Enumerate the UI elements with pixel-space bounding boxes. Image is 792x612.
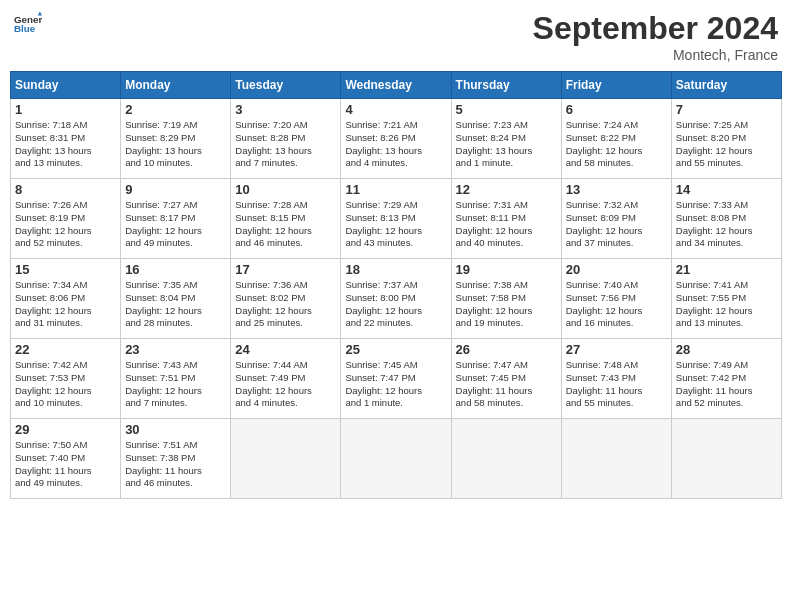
calendar-cell: 2Sunrise: 7:19 AM Sunset: 8:29 PM Daylig… (121, 99, 231, 179)
header-sunday: Sunday (11, 72, 121, 99)
header-tuesday: Tuesday (231, 72, 341, 99)
calendar-cell (561, 419, 671, 499)
day-info: Sunrise: 7:42 AM Sunset: 7:53 PM Dayligh… (15, 359, 116, 410)
day-number: 11 (345, 182, 446, 197)
logo-icon: General Blue (14, 10, 42, 38)
day-info: Sunrise: 7:28 AM Sunset: 8:15 PM Dayligh… (235, 199, 336, 250)
day-number: 3 (235, 102, 336, 117)
day-number: 30 (125, 422, 226, 437)
table-row: 29Sunrise: 7:50 AM Sunset: 7:40 PM Dayli… (11, 419, 782, 499)
calendar-cell: 1Sunrise: 7:18 AM Sunset: 8:31 PM Daylig… (11, 99, 121, 179)
day-info: Sunrise: 7:33 AM Sunset: 8:08 PM Dayligh… (676, 199, 777, 250)
header-thursday: Thursday (451, 72, 561, 99)
svg-text:Blue: Blue (14, 23, 36, 34)
day-info: Sunrise: 7:34 AM Sunset: 8:06 PM Dayligh… (15, 279, 116, 330)
table-row: 8Sunrise: 7:26 AM Sunset: 8:19 PM Daylig… (11, 179, 782, 259)
day-number: 14 (676, 182, 777, 197)
day-number: 22 (15, 342, 116, 357)
table-row: 22Sunrise: 7:42 AM Sunset: 7:53 PM Dayli… (11, 339, 782, 419)
day-info: Sunrise: 7:20 AM Sunset: 8:28 PM Dayligh… (235, 119, 336, 170)
table-row: 1Sunrise: 7:18 AM Sunset: 8:31 PM Daylig… (11, 99, 782, 179)
calendar-cell: 9Sunrise: 7:27 AM Sunset: 8:17 PM Daylig… (121, 179, 231, 259)
header-wednesday: Wednesday (341, 72, 451, 99)
location: Montech, France (533, 47, 778, 63)
day-number: 24 (235, 342, 336, 357)
day-info: Sunrise: 7:25 AM Sunset: 8:20 PM Dayligh… (676, 119, 777, 170)
calendar-cell: 6Sunrise: 7:24 AM Sunset: 8:22 PM Daylig… (561, 99, 671, 179)
day-number: 10 (235, 182, 336, 197)
calendar-cell: 30Sunrise: 7:51 AM Sunset: 7:38 PM Dayli… (121, 419, 231, 499)
day-number: 4 (345, 102, 446, 117)
day-info: Sunrise: 7:38 AM Sunset: 7:58 PM Dayligh… (456, 279, 557, 330)
day-number: 18 (345, 262, 446, 277)
calendar-cell: 7Sunrise: 7:25 AM Sunset: 8:20 PM Daylig… (671, 99, 781, 179)
day-info: Sunrise: 7:40 AM Sunset: 7:56 PM Dayligh… (566, 279, 667, 330)
day-info: Sunrise: 7:29 AM Sunset: 8:13 PM Dayligh… (345, 199, 446, 250)
calendar-cell (231, 419, 341, 499)
calendar-table: Sunday Monday Tuesday Wednesday Thursday… (10, 71, 782, 499)
day-number: 23 (125, 342, 226, 357)
day-number: 1 (15, 102, 116, 117)
calendar-cell (451, 419, 561, 499)
day-number: 17 (235, 262, 336, 277)
day-number: 20 (566, 262, 667, 277)
logo: General Blue (14, 10, 42, 38)
calendar-cell: 5Sunrise: 7:23 AM Sunset: 8:24 PM Daylig… (451, 99, 561, 179)
day-info: Sunrise: 7:48 AM Sunset: 7:43 PM Dayligh… (566, 359, 667, 410)
calendar-cell: 23Sunrise: 7:43 AM Sunset: 7:51 PM Dayli… (121, 339, 231, 419)
month-title: September 2024 (533, 10, 778, 47)
calendar-cell: 25Sunrise: 7:45 AM Sunset: 7:47 PM Dayli… (341, 339, 451, 419)
day-info: Sunrise: 7:45 AM Sunset: 7:47 PM Dayligh… (345, 359, 446, 410)
header-monday: Monday (121, 72, 231, 99)
day-info: Sunrise: 7:44 AM Sunset: 7:49 PM Dayligh… (235, 359, 336, 410)
day-number: 16 (125, 262, 226, 277)
calendar-cell: 20Sunrise: 7:40 AM Sunset: 7:56 PM Dayli… (561, 259, 671, 339)
calendar-cell: 24Sunrise: 7:44 AM Sunset: 7:49 PM Dayli… (231, 339, 341, 419)
day-number: 15 (15, 262, 116, 277)
calendar-cell: 21Sunrise: 7:41 AM Sunset: 7:55 PM Dayli… (671, 259, 781, 339)
day-number: 8 (15, 182, 116, 197)
day-number: 28 (676, 342, 777, 357)
calendar-cell: 27Sunrise: 7:48 AM Sunset: 7:43 PM Dayli… (561, 339, 671, 419)
day-info: Sunrise: 7:36 AM Sunset: 8:02 PM Dayligh… (235, 279, 336, 330)
day-info: Sunrise: 7:23 AM Sunset: 8:24 PM Dayligh… (456, 119, 557, 170)
day-info: Sunrise: 7:43 AM Sunset: 7:51 PM Dayligh… (125, 359, 226, 410)
calendar-cell: 22Sunrise: 7:42 AM Sunset: 7:53 PM Dayli… (11, 339, 121, 419)
calendar-cell: 26Sunrise: 7:47 AM Sunset: 7:45 PM Dayli… (451, 339, 561, 419)
calendar-cell (671, 419, 781, 499)
calendar-cell: 29Sunrise: 7:50 AM Sunset: 7:40 PM Dayli… (11, 419, 121, 499)
calendar-cell (341, 419, 451, 499)
day-number: 9 (125, 182, 226, 197)
day-info: Sunrise: 7:49 AM Sunset: 7:42 PM Dayligh… (676, 359, 777, 410)
calendar-cell: 11Sunrise: 7:29 AM Sunset: 8:13 PM Dayli… (341, 179, 451, 259)
day-info: Sunrise: 7:18 AM Sunset: 8:31 PM Dayligh… (15, 119, 116, 170)
day-number: 12 (456, 182, 557, 197)
day-number: 19 (456, 262, 557, 277)
title-block: September 2024 Montech, France (533, 10, 778, 63)
page-header: General Blue September 2024 Montech, Fra… (10, 10, 782, 63)
day-info: Sunrise: 7:35 AM Sunset: 8:04 PM Dayligh… (125, 279, 226, 330)
calendar-cell: 17Sunrise: 7:36 AM Sunset: 8:02 PM Dayli… (231, 259, 341, 339)
calendar-cell: 12Sunrise: 7:31 AM Sunset: 8:11 PM Dayli… (451, 179, 561, 259)
calendar-cell: 13Sunrise: 7:32 AM Sunset: 8:09 PM Dayli… (561, 179, 671, 259)
calendar-cell: 16Sunrise: 7:35 AM Sunset: 8:04 PM Dayli… (121, 259, 231, 339)
day-number: 26 (456, 342, 557, 357)
calendar-cell: 28Sunrise: 7:49 AM Sunset: 7:42 PM Dayli… (671, 339, 781, 419)
calendar-cell: 19Sunrise: 7:38 AM Sunset: 7:58 PM Dayli… (451, 259, 561, 339)
day-info: Sunrise: 7:32 AM Sunset: 8:09 PM Dayligh… (566, 199, 667, 250)
calendar-cell: 10Sunrise: 7:28 AM Sunset: 8:15 PM Dayli… (231, 179, 341, 259)
day-number: 2 (125, 102, 226, 117)
calendar-cell: 14Sunrise: 7:33 AM Sunset: 8:08 PM Dayli… (671, 179, 781, 259)
header-row: Sunday Monday Tuesday Wednesday Thursday… (11, 72, 782, 99)
day-number: 27 (566, 342, 667, 357)
day-info: Sunrise: 7:24 AM Sunset: 8:22 PM Dayligh… (566, 119, 667, 170)
calendar-cell: 18Sunrise: 7:37 AM Sunset: 8:00 PM Dayli… (341, 259, 451, 339)
day-info: Sunrise: 7:51 AM Sunset: 7:38 PM Dayligh… (125, 439, 226, 490)
header-friday: Friday (561, 72, 671, 99)
day-info: Sunrise: 7:31 AM Sunset: 8:11 PM Dayligh… (456, 199, 557, 250)
calendar-cell: 15Sunrise: 7:34 AM Sunset: 8:06 PM Dayli… (11, 259, 121, 339)
day-info: Sunrise: 7:27 AM Sunset: 8:17 PM Dayligh… (125, 199, 226, 250)
table-row: 15Sunrise: 7:34 AM Sunset: 8:06 PM Dayli… (11, 259, 782, 339)
day-info: Sunrise: 7:37 AM Sunset: 8:00 PM Dayligh… (345, 279, 446, 330)
calendar-cell: 3Sunrise: 7:20 AM Sunset: 8:28 PM Daylig… (231, 99, 341, 179)
